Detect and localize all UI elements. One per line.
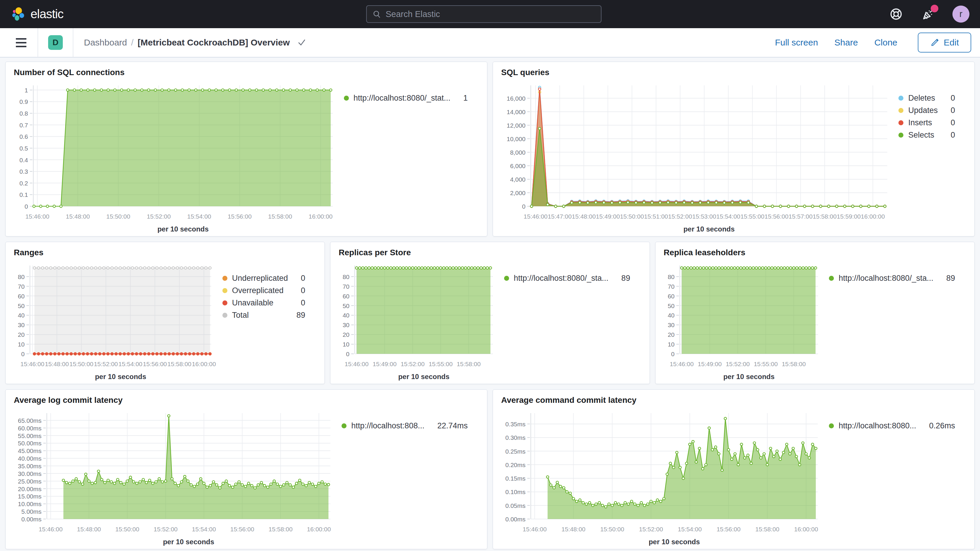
legend-item[interactable]: http://localhost:8080...0.26ms	[829, 420, 955, 432]
panel-sql-queries: SQL queries 15:46:0015:47:0015:48:0015:4…	[493, 62, 975, 236]
legend-series-value: 89	[296, 311, 305, 320]
replicas-per-store-chart[interactable]: 15:46:0015:49:0015:52:0015:55:0015:58:00…	[337, 259, 498, 382]
svg-text:15:52:00: 15:52:00	[401, 361, 425, 367]
svg-text:15:49:00: 15:49:00	[596, 213, 620, 220]
breadcrumb-separator: /	[131, 38, 134, 48]
svg-text:1: 1	[25, 87, 28, 94]
svg-text:15:54:00: 15:54:00	[119, 361, 143, 367]
svg-text:15:46:00: 15:46:00	[345, 361, 369, 367]
menu-button[interactable]	[13, 34, 29, 51]
replica-leaseholders-chart[interactable]: 15:46:0015:49:0015:52:0015:55:0015:58:00…	[662, 259, 823, 382]
legend-series-dot	[342, 424, 347, 428]
svg-text:10: 10	[668, 341, 674, 348]
svg-text:15:58:00: 15:58:00	[268, 213, 292, 220]
svg-text:15:57:00: 15:57:00	[789, 213, 813, 220]
clone-button[interactable]: Clone	[874, 38, 897, 48]
user-avatar[interactable]: r	[953, 6, 969, 22]
svg-text:0.2: 0.2	[19, 180, 28, 186]
svg-text:60: 60	[343, 293, 350, 299]
legend-series-value: 0.26ms	[929, 421, 955, 430]
svg-text:per 10 seconds: per 10 seconds	[398, 373, 450, 381]
svg-text:15:46:00: 15:46:00	[670, 361, 694, 367]
page-title: [Metricbeat CockroachDB] Overview	[138, 38, 290, 48]
legend-series-dot	[504, 276, 509, 281]
legend-item[interactable]: http://localhost:8080/_stat...1	[344, 92, 468, 104]
share-button[interactable]: Share	[834, 38, 858, 48]
svg-text:15:46:00: 15:46:00	[25, 213, 49, 220]
breadcrumb-dashboard-link[interactable]: Dashboard	[84, 38, 127, 48]
svg-text:60.00ms: 60.00ms	[18, 425, 42, 432]
svg-text:0.35ms: 0.35ms	[505, 421, 525, 427]
svg-text:70: 70	[343, 283, 350, 290]
svg-text:15:46:00: 15:46:00	[524, 213, 548, 220]
svg-text:30: 30	[343, 322, 350, 328]
svg-text:40: 40	[668, 312, 674, 318]
legend-series-value: 22.74ms	[437, 421, 468, 430]
log-commit-latency-chart[interactable]: 15:46:0015:48:0015:50:0015:52:0015:54:00…	[13, 407, 336, 547]
svg-text:15:56:00: 15:56:00	[716, 526, 741, 532]
search-input[interactable]	[385, 10, 595, 19]
full-screen-button[interactable]: Full screen	[775, 38, 818, 48]
sql-connections-chart[interactable]: 15:46:0015:48:0015:50:0015:52:0015:54:00…	[13, 79, 338, 234]
chart-legend: http://localhost:8080/_stat...1	[338, 79, 480, 234]
space-badge[interactable]: D	[48, 35, 63, 50]
global-search-bar[interactable]	[366, 5, 601, 23]
legend-series-label: Selects	[908, 131, 934, 140]
legend-series-dot	[223, 301, 228, 306]
svg-text:40: 40	[343, 312, 350, 318]
dashboard-toolbar: D Dashboard / [Metricbeat CockroachDB] O…	[0, 28, 980, 57]
svg-text:0.15ms: 0.15ms	[505, 475, 525, 482]
elastic-logo[interactable]: elastic	[11, 6, 64, 22]
title-check-icon[interactable]	[297, 38, 306, 47]
legend-item[interactable]: http://localhost:8080/_sta...89	[829, 272, 955, 284]
svg-text:60: 60	[668, 293, 674, 299]
legend-series-label: http://localhost:8080/_sta...	[514, 274, 609, 283]
legend-series-dot	[899, 133, 904, 138]
svg-text:15:50:00: 15:50:00	[106, 213, 130, 220]
legend-series-label: http://localhost:8080/_sta...	[838, 274, 933, 283]
legend-item[interactable]: Updates0	[899, 104, 955, 116]
svg-text:70: 70	[668, 283, 674, 290]
svg-text:15:50:00: 15:50:00	[70, 361, 94, 367]
svg-text:0: 0	[25, 203, 28, 210]
svg-text:per 10 seconds: per 10 seconds	[95, 373, 146, 381]
svg-text:15:48:00: 15:48:00	[562, 526, 585, 532]
svg-text:15:52:00: 15:52:00	[639, 526, 663, 532]
svg-text:per 10 seconds: per 10 seconds	[723, 373, 775, 381]
svg-text:15:58:00: 15:58:00	[782, 361, 806, 367]
svg-text:15:49:00: 15:49:00	[698, 361, 722, 367]
svg-text:65.00ms: 65.00ms	[18, 417, 42, 424]
svg-text:4,000: 4,000	[510, 176, 525, 183]
legend-item[interactable]: http://localhost:8080/_sta...89	[504, 272, 630, 284]
legend-series-dot	[899, 108, 904, 113]
ranges-chart[interactable]: 15:46:0015:48:0015:50:0015:52:0015:54:00…	[13, 259, 216, 382]
command-commit-latency-chart[interactable]: 15:46:0015:48:0015:50:0015:52:0015:54:00…	[500, 407, 823, 547]
legend-item[interactable]: Selects0	[899, 129, 955, 141]
legend-series-label: Updates	[908, 106, 938, 115]
svg-text:15:58:00: 15:58:00	[457, 361, 481, 367]
svg-text:15:48:00: 15:48:00	[572, 213, 596, 220]
sql-queries-chart[interactable]: 15:46:0015:47:0015:48:0015:49:0015:50:00…	[500, 79, 892, 234]
legend-item[interactable]: Overreplicated0	[223, 284, 305, 297]
svg-text:15:58:00: 15:58:00	[813, 213, 837, 220]
svg-text:15:55:00: 15:55:00	[429, 361, 453, 367]
legend-item[interactable]: Underreplicated0	[223, 272, 305, 284]
legend-item[interactable]: http://localhost:808...22.74ms	[342, 420, 468, 432]
svg-text:15:55:00: 15:55:00	[740, 213, 764, 220]
legend-item[interactable]: Unavailable0	[223, 297, 305, 309]
elastic-wordmark: elastic	[30, 7, 64, 21]
svg-text:0: 0	[346, 350, 350, 357]
edit-button[interactable]: Edit	[918, 33, 971, 53]
legend-series-dot	[899, 120, 904, 125]
svg-text:0.25ms: 0.25ms	[505, 448, 525, 455]
svg-text:12,000: 12,000	[507, 122, 525, 129]
help-menu-button[interactable]	[888, 6, 904, 22]
newsfeed-button[interactable]	[920, 6, 937, 22]
svg-text:0.6: 0.6	[19, 133, 28, 140]
legend-item[interactable]: Inserts0	[899, 116, 955, 129]
svg-text:15:58:00: 15:58:00	[167, 361, 192, 367]
legend-item[interactable]: Deletes0	[899, 92, 955, 104]
svg-text:0.10ms: 0.10ms	[505, 489, 525, 495]
legend-item[interactable]: Total89	[223, 309, 305, 321]
panel-replica-leaseholders: Replica leaseholders 15:46:0015:49:0015:…	[655, 242, 975, 384]
